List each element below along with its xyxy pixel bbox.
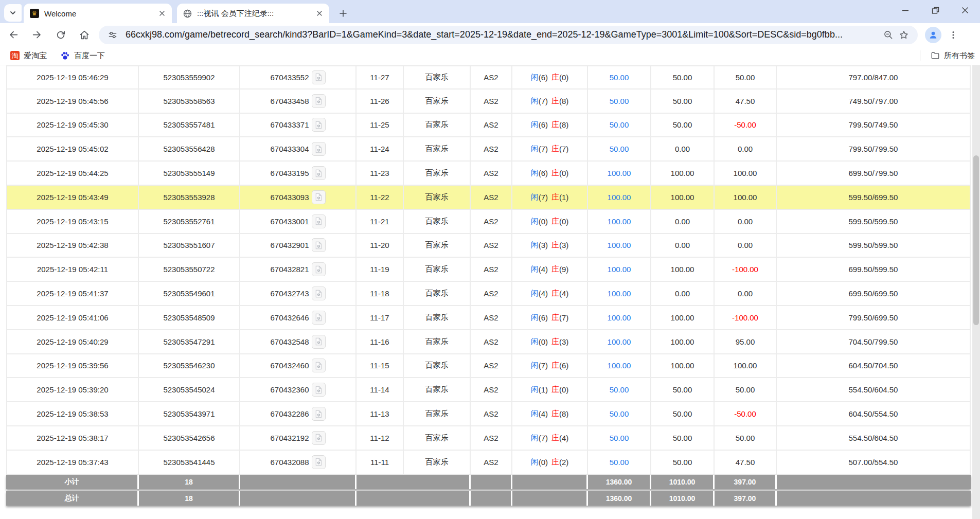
video-replay-button[interactable]	[312, 214, 326, 228]
bet-amount-link[interactable]: 50.00	[588, 402, 651, 425]
bookmark-star-icon[interactable]	[896, 27, 912, 43]
bet-amount-link[interactable]: 50.00	[588, 426, 651, 450]
cell-winlose: 50.00	[715, 66, 777, 88]
table-row: 2025-12-19 05:39:56 523053546230 6704324…	[6, 354, 971, 379]
video-replay-button[interactable]	[312, 166, 326, 180]
cell-winlose: 47.50	[715, 90, 777, 113]
bet-record-table: 2025-12-19 05:46:29 523053559902 6704335…	[6, 65, 971, 506]
video-replay-button[interactable]	[312, 142, 326, 156]
banker-result: 庄	[551, 120, 559, 130]
cell-balance: 604.50/554.50	[777, 402, 971, 425]
video-replay-button[interactable]	[312, 287, 326, 300]
all-bookmarks-button[interactable]: 所有书签	[928, 48, 978, 63]
bookmarks-divider	[920, 50, 920, 61]
video-replay-button[interactable]	[312, 238, 326, 252]
banker-result: 庄	[551, 361, 559, 370]
bet-amount-link[interactable]: 100.00	[588, 354, 651, 378]
subtotal-bet: 1360.00	[588, 475, 651, 489]
cell-game: 百家乐	[404, 210, 471, 233]
profile-avatar[interactable]	[925, 27, 941, 43]
cell-round: 11-11	[357, 451, 404, 474]
banker-result: 庄	[551, 313, 559, 323]
cell-time: 2025-12-19 05:43:49	[6, 186, 139, 209]
bet-amount-link[interactable]: 100.00	[588, 186, 651, 209]
bet-amount-link[interactable]: 100.00	[588, 162, 651, 185]
tab-close-icon[interactable]	[315, 9, 324, 18]
cell-balance: 799.50/699.50	[777, 306, 971, 329]
bet-amount-link[interactable]: 50.00	[588, 378, 651, 401]
bookmark-baidu[interactable]: 百度一下	[57, 48, 108, 63]
zoom-icon[interactable]	[881, 27, 896, 43]
cell-game: 百家乐	[404, 330, 471, 353]
bet-amount-link[interactable]: 100.00	[588, 210, 651, 233]
table-row: 2025-12-19 05:45:30 523053557481 6704333…	[6, 114, 971, 138]
banker-result: 庄	[551, 240, 559, 250]
video-replay-button[interactable]	[312, 311, 326, 325]
reload-icon[interactable]	[50, 25, 71, 45]
vertical-scrollbar[interactable]	[972, 65, 980, 519]
tab-search-chevron-icon[interactable]	[4, 4, 22, 22]
back-icon[interactable]	[3, 25, 24, 45]
close-window-button[interactable]	[950, 0, 980, 21]
video-replay-button[interactable]	[312, 335, 326, 349]
forward-icon[interactable]	[27, 25, 47, 45]
bet-amount-link[interactable]: 100.00	[588, 306, 651, 329]
tab-close-icon[interactable]	[157, 9, 167, 18]
minimize-button[interactable]	[890, 0, 920, 21]
cell-serial: 523053541445	[139, 451, 240, 474]
address-bar[interactable]: 66cxkj98.com/game/betrecord_search/kind3…	[99, 26, 918, 44]
video-replay-button[interactable]	[312, 407, 326, 421]
cell-result: 闲(6)庄(8)	[512, 114, 588, 137]
bet-amount-link[interactable]: 100.00	[588, 282, 651, 305]
new-tab-button[interactable]	[335, 6, 351, 21]
url-text[interactable]: 66cxkj98.com/game/betrecord_search/kind3…	[126, 29, 881, 40]
tab-betrecord[interactable]: :::视讯 会员下注纪录:::	[177, 4, 329, 23]
video-replay-button[interactable]	[312, 431, 326, 445]
bet-amount-link[interactable]: 100.00	[588, 234, 651, 257]
video-replay-button[interactable]	[312, 190, 326, 204]
home-icon[interactable]	[74, 25, 95, 45]
cell-winlose: 0.00	[715, 282, 777, 305]
player-result: 闲	[531, 433, 539, 443]
video-replay-button[interactable]	[312, 262, 326, 276]
bet-amount-link[interactable]: 50.00	[588, 66, 651, 88]
cell-valid-amount: 50.00	[651, 426, 715, 450]
cell-balance: 799.50/749.50	[777, 114, 971, 137]
welcome-favicon-icon: ♛	[30, 9, 39, 18]
cell-bet-id: 670433093	[240, 186, 357, 209]
cell-winlose: 47.50	[715, 451, 777, 474]
cell-table: AS2	[471, 402, 512, 425]
cell-result: 闲(3)庄(3)	[512, 234, 588, 257]
restore-button[interactable]	[920, 0, 950, 21]
cell-table: AS2	[471, 234, 512, 257]
cell-table: AS2	[471, 282, 512, 305]
cell-bet-id: 670432548	[240, 330, 357, 353]
bet-amount-link[interactable]: 50.00	[588, 137, 651, 160]
bet-amount-link[interactable]: 50.00	[588, 451, 651, 474]
video-replay-button[interactable]	[312, 70, 326, 84]
video-replay-button[interactable]	[312, 455, 326, 469]
bet-amount-link[interactable]: 100.00	[588, 330, 651, 353]
video-replay-button[interactable]	[312, 118, 326, 132]
cell-round: 11-22	[357, 186, 404, 209]
scrollbar-thumb[interactable]	[973, 155, 979, 325]
tab-welcome[interactable]: ♛ Welcome	[24, 4, 172, 23]
cell-bet-id: 670432646	[240, 306, 357, 329]
bet-amount-link[interactable]: 100.00	[588, 258, 651, 281]
cell-winlose: -50.00	[715, 114, 777, 137]
bookmark-taobao[interactable]: 淘 爱淘宝	[7, 48, 50, 63]
cell-balance: 799.50/799.50	[777, 137, 971, 160]
video-replay-button[interactable]	[312, 94, 326, 108]
cell-game: 百家乐	[404, 234, 471, 257]
banker-result: 庄	[551, 337, 559, 347]
site-settings-icon[interactable]	[105, 27, 120, 43]
cell-balance: 699.50/599.50	[777, 258, 971, 281]
browser-toolbar: 66cxkj98.com/game/betrecord_search/kind3…	[0, 23, 980, 46]
cell-bet-id: 670432460	[240, 354, 357, 378]
video-replay-button[interactable]	[312, 359, 326, 372]
bet-amount-link[interactable]: 50.00	[588, 114, 651, 137]
bet-amount-link[interactable]: 50.00	[588, 90, 651, 113]
cell-valid-amount: 100.00	[651, 330, 715, 353]
video-replay-button[interactable]	[312, 383, 326, 397]
browser-menu-icon[interactable]	[945, 26, 962, 44]
